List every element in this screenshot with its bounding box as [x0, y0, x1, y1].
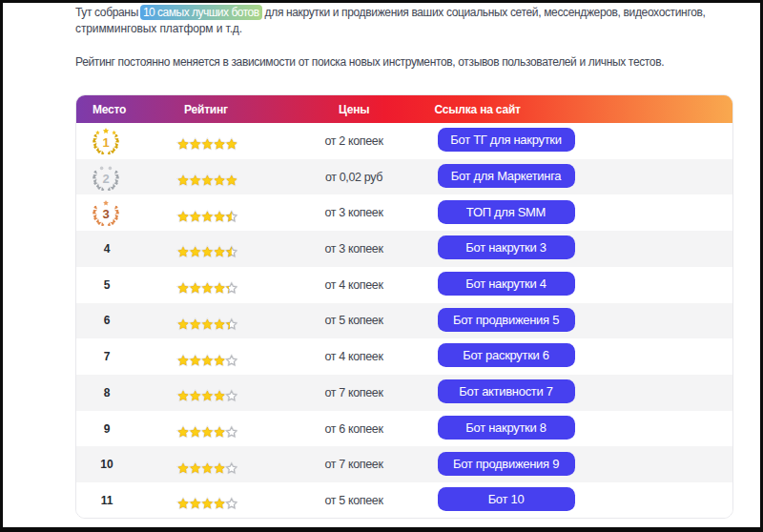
svg-text:1: 1 — [102, 135, 109, 150]
svg-text:2: 2 — [102, 172, 109, 186]
svg-text:3: 3 — [102, 207, 109, 221]
